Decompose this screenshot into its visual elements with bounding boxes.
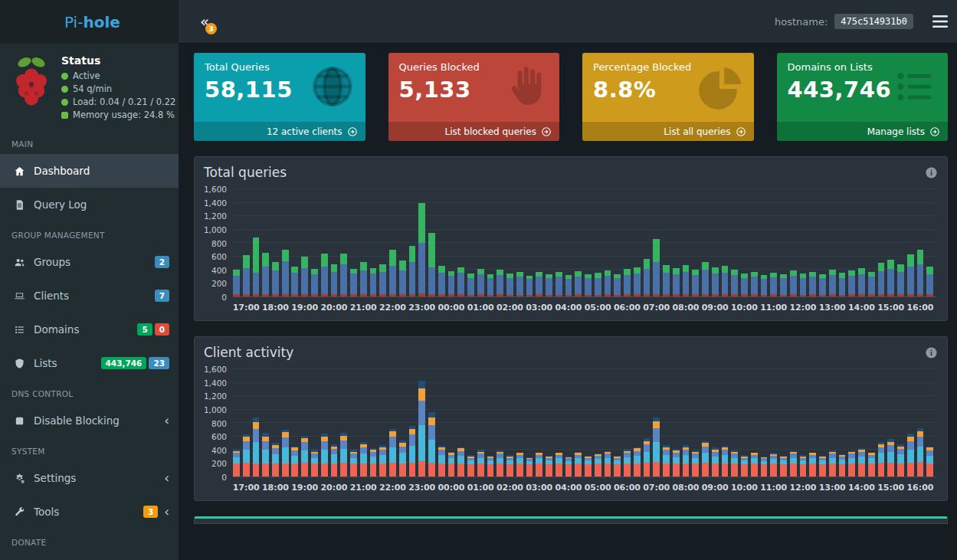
- stacked-bar[interactable]: [839, 189, 846, 296]
- sidebar-item-dashboard[interactable]: Dashboard: [0, 154, 179, 188]
- stacked-bar[interactable]: [624, 189, 631, 296]
- stacked-bar[interactable]: [770, 189, 777, 296]
- stacked-bar[interactable]: [282, 189, 289, 296]
- sidebar-item-donate[interactable]: Donate: [0, 552, 179, 560]
- stacked-bar[interactable]: [536, 369, 542, 476]
- stacked-bar[interactable]: [692, 369, 699, 476]
- stacked-bar[interactable]: [887, 369, 894, 476]
- stacked-bar[interactable]: [291, 189, 298, 296]
- stacked-bar[interactable]: [897, 369, 904, 476]
- stacked-bar[interactable]: [653, 189, 660, 296]
- sidebar-item-settings[interactable]: Settings‹: [0, 461, 179, 495]
- stacked-bar[interactable]: [858, 189, 865, 296]
- stacked-bar[interactable]: [331, 369, 338, 476]
- stacked-bar[interactable]: [272, 369, 279, 476]
- stacked-bar[interactable]: [487, 189, 494, 296]
- stacked-bar[interactable]: [848, 369, 855, 476]
- stacked-bar[interactable]: [741, 189, 748, 296]
- stacked-bar[interactable]: [253, 189, 260, 296]
- stacked-bar[interactable]: [321, 369, 328, 476]
- sidebar-item-query-log[interactable]: Query Log: [0, 188, 179, 221]
- stacked-bar[interactable]: [389, 369, 396, 476]
- stacked-bar[interactable]: [370, 369, 377, 476]
- stacked-bar[interactable]: [360, 189, 367, 296]
- stacked-bar[interactable]: [722, 189, 729, 296]
- stacked-bar[interactable]: [233, 189, 240, 296]
- sidebar-item-lists[interactable]: Lists443,74623: [0, 346, 179, 380]
- stacked-bar[interactable]: [526, 369, 533, 476]
- stacked-bar[interactable]: [692, 189, 699, 296]
- stacked-bar[interactable]: [379, 189, 386, 296]
- stacked-bar[interactable]: [780, 189, 787, 296]
- stacked-bar[interactable]: [741, 369, 748, 476]
- stacked-bar[interactable]: [605, 189, 611, 296]
- sidebar-item-groups[interactable]: Groups2: [0, 245, 179, 279]
- stacked-bar[interactable]: [887, 189, 894, 296]
- stacked-bar[interactable]: [448, 189, 455, 296]
- stacked-bar[interactable]: [331, 189, 338, 296]
- stacked-bar[interactable]: [829, 369, 836, 476]
- stacked-bar[interactable]: [917, 369, 924, 476]
- stacked-bar[interactable]: [399, 369, 406, 476]
- stacked-bar[interactable]: [438, 369, 445, 476]
- stacked-bar[interactable]: [457, 369, 464, 476]
- stacked-bar[interactable]: [291, 369, 298, 476]
- stacked-bar[interactable]: [546, 369, 552, 476]
- card-footer-link[interactable]: Manage lists: [777, 122, 949, 141]
- stacked-bar[interactable]: [673, 369, 680, 476]
- stacked-bar[interactable]: [809, 189, 816, 296]
- stacked-bar[interactable]: [262, 369, 269, 476]
- stacked-bar[interactable]: [634, 189, 641, 296]
- stacked-bar[interactable]: [575, 369, 582, 476]
- stacked-bar[interactable]: [634, 369, 641, 476]
- stacked-bar[interactable]: [389, 189, 396, 296]
- stacked-bar[interactable]: [497, 189, 503, 296]
- stacked-bar[interactable]: [536, 189, 542, 296]
- stacked-bar[interactable]: [917, 189, 924, 296]
- stacked-bar[interactable]: [595, 369, 601, 476]
- card-footer-link[interactable]: List all queries: [582, 122, 754, 141]
- stacked-bar[interactable]: [360, 369, 367, 476]
- info-icon[interactable]: [925, 166, 938, 179]
- stacked-bar[interactable]: [301, 369, 308, 476]
- stacked-bar[interactable]: [467, 369, 474, 476]
- stacked-bar[interactable]: [467, 189, 474, 296]
- stacked-bar[interactable]: [340, 369, 347, 476]
- card-footer-link[interactable]: List blocked queries: [388, 122, 560, 141]
- stacked-bar[interactable]: [878, 189, 885, 296]
- stacked-bar[interactable]: [751, 189, 758, 296]
- stacked-bar[interactable]: [702, 189, 709, 296]
- stacked-bar[interactable]: [370, 189, 377, 296]
- stacked-bar[interactable]: [712, 369, 719, 476]
- stacked-bar[interactable]: [243, 189, 250, 296]
- stacked-bar[interactable]: [585, 369, 592, 476]
- stacked-bar[interactable]: [926, 369, 933, 476]
- stacked-bar[interactable]: [712, 189, 719, 296]
- stacked-bar[interactable]: [868, 369, 875, 476]
- stacked-bar[interactable]: [546, 189, 552, 296]
- stacked-bar[interactable]: [829, 189, 836, 296]
- stacked-bar[interactable]: [565, 369, 572, 476]
- stacked-bar[interactable]: [683, 189, 690, 296]
- stacked-bar[interactable]: [761, 369, 768, 476]
- stacked-bar[interactable]: [448, 369, 455, 476]
- stacked-bar[interactable]: [379, 369, 386, 476]
- stacked-bar[interactable]: [614, 369, 621, 476]
- stacked-bar[interactable]: [477, 369, 484, 476]
- stacked-bar[interactable]: [614, 189, 621, 296]
- stacked-bar[interactable]: [839, 369, 846, 476]
- stacked-bar[interactable]: [624, 369, 631, 476]
- stacked-bar[interactable]: [311, 189, 318, 296]
- card-footer-link[interactable]: 12 active clients: [194, 122, 365, 141]
- stacked-bar[interactable]: [565, 189, 572, 296]
- stacked-bar[interactable]: [702, 369, 709, 476]
- stacked-bar[interactable]: [722, 369, 729, 476]
- stacked-bar[interactable]: [526, 189, 533, 296]
- stacked-bar[interactable]: [800, 189, 807, 296]
- stacked-bar[interactable]: [575, 189, 582, 296]
- stacked-bar[interactable]: [321, 189, 328, 296]
- stacked-bar[interactable]: [800, 369, 807, 476]
- stacked-bar[interactable]: [487, 369, 494, 476]
- stacked-bar[interactable]: [751, 369, 758, 476]
- stacked-bar[interactable]: [595, 189, 601, 296]
